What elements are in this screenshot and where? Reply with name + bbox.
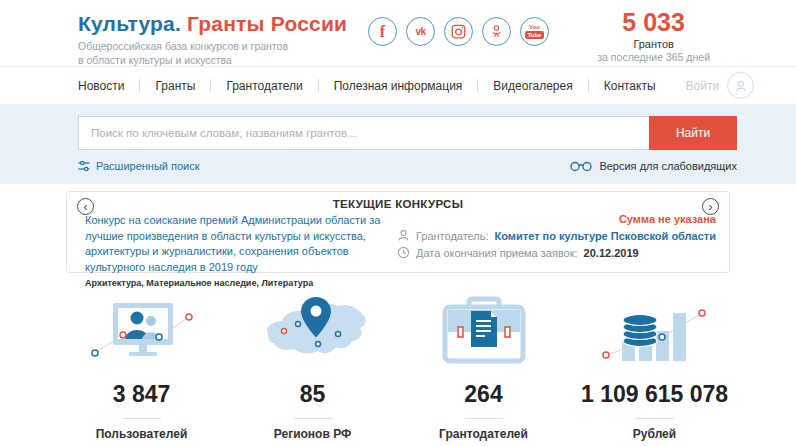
coins-chart-icon bbox=[569, 291, 740, 369]
contest-amount: Сумма не указана bbox=[397, 213, 716, 225]
nav-item-grantors[interactable]: Грантодатели bbox=[226, 79, 302, 93]
stat-rubles-value: 1 109 615 078 bbox=[569, 381, 740, 408]
users-monitor-icon bbox=[56, 291, 227, 369]
nav-separator bbox=[139, 79, 140, 92]
search-section: Найти Расширенный поиск Версия для слабо… bbox=[0, 104, 796, 184]
facebook-icon[interactable]: f bbox=[368, 17, 397, 46]
russia-map-icon bbox=[227, 291, 398, 369]
login-button[interactable]: Войти bbox=[686, 72, 755, 99]
stat-grantors-label: Грантодателей bbox=[398, 427, 569, 441]
grants-counter-value: 5 033 bbox=[597, 8, 710, 37]
nav-item-news[interactable]: Новости bbox=[78, 79, 124, 93]
grantor-label: Грантодатель: bbox=[416, 230, 489, 242]
carousel-next-button[interactable]: › bbox=[702, 198, 719, 215]
advanced-search-link[interactable]: Расширенный поиск bbox=[78, 160, 200, 172]
glasses-icon bbox=[570, 161, 592, 172]
grants-counter: 5 033 Грантов за последние 365 дней bbox=[597, 8, 710, 63]
nav-separator bbox=[318, 79, 319, 92]
contests-section-title: ТЕКУЩИЕ КОНКУРСЫ bbox=[67, 198, 729, 210]
nav-item-grants[interactable]: Гранты bbox=[155, 79, 195, 93]
clock-icon bbox=[397, 246, 410, 259]
person-icon bbox=[397, 229, 410, 242]
logo-text-blue: Культура. bbox=[78, 12, 181, 35]
search-input[interactable] bbox=[78, 116, 649, 150]
nav-separator bbox=[210, 79, 211, 92]
search-button[interactable]: Найти bbox=[649, 116, 737, 150]
youtube-icon[interactable]: You Tube bbox=[520, 17, 549, 46]
search-bar: Найти bbox=[78, 116, 737, 150]
filter-sliders-icon bbox=[78, 160, 90, 172]
nav-item-contacts[interactable]: Контакты bbox=[604, 79, 656, 93]
contest-tags: Архитектура, Материальное наследие, Лите… bbox=[85, 278, 387, 288]
stat-users-label: Пользователей bbox=[56, 427, 227, 441]
briefcase-icon bbox=[398, 291, 569, 369]
stat-users: 3 847 Пользователей зарегистрировано на … bbox=[56, 291, 227, 446]
site-statistics: 3 847 Пользователей зарегистрировано на … bbox=[56, 291, 740, 446]
stat-rubles: 1 109 615 078 Рублей финансирование по г… bbox=[569, 291, 740, 446]
user-icon bbox=[727, 72, 754, 99]
deadline-label: Дата окончания приема заявок: bbox=[416, 247, 578, 259]
login-label: Войти bbox=[686, 79, 720, 93]
accessibility-version-link[interactable]: Версия для слабовидящих bbox=[570, 160, 737, 172]
logo-text-red: Гранты России bbox=[181, 12, 347, 35]
stat-grantors-value: 264 bbox=[398, 381, 569, 408]
main-nav: Новости Гранты Грантодатели Полезная инф… bbox=[0, 66, 796, 104]
vk-icon[interactable]: vk bbox=[406, 17, 435, 46]
deadline-value: 20.12.2019 bbox=[584, 247, 639, 259]
stat-rubles-label: Рублей bbox=[569, 427, 740, 441]
social-links: f vk You Tube bbox=[368, 17, 549, 46]
nav-item-videogallery[interactable]: Видеогалерея bbox=[493, 79, 572, 93]
stat-regions-label: Регионов РФ bbox=[227, 427, 398, 441]
instagram-icon[interactable] bbox=[444, 17, 473, 46]
current-contests-carousel: ‹ ТЕКУЩИЕ КОНКУРСЫ › Конкурс на соискани… bbox=[66, 191, 730, 273]
stat-regions: 85 Регионов РФ участвуют bbox=[227, 291, 398, 446]
contest-title-link[interactable]: Конкурс на соискание премий Администраци… bbox=[85, 213, 387, 275]
grants-counter-sublabel: за последние 365 дней bbox=[597, 51, 710, 63]
grants-counter-label: Грантов bbox=[597, 38, 710, 50]
stat-regions-value: 85 bbox=[227, 381, 398, 408]
nav-item-useful-info[interactable]: Полезная информация bbox=[334, 79, 463, 93]
grantor-link[interactable]: Комитет по культуре Псковской области bbox=[495, 230, 716, 242]
carousel-prev-button[interactable]: ‹ bbox=[77, 198, 94, 215]
stat-grantors: 264 Грантодателей размещают поддержку bbox=[398, 291, 569, 446]
odnoklassniki-icon[interactable] bbox=[482, 17, 511, 46]
nav-separator bbox=[477, 79, 478, 92]
nav-separator bbox=[588, 79, 589, 92]
stat-users-value: 3 847 bbox=[56, 381, 227, 408]
header: Культура. Гранты России Общероссийская б… bbox=[0, 0, 796, 66]
contest-card: Конкурс на соискание премий Администраци… bbox=[67, 210, 729, 288]
